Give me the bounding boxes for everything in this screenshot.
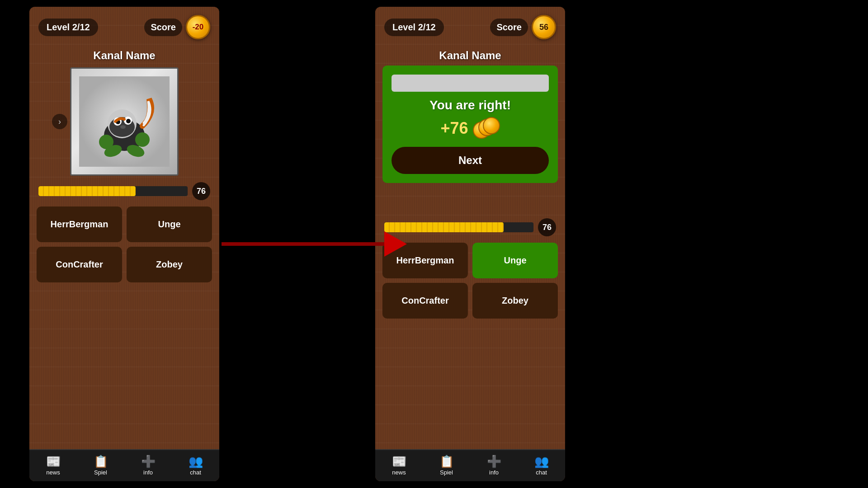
reward-row: +76 [440, 117, 500, 140]
right-header: Level 2/12 Score 56 [375, 7, 565, 47]
creature-illustration [79, 76, 170, 167]
left-nav-info-label: info [143, 469, 153, 476]
success-message: You are right! [429, 98, 511, 113]
reward-value: +76 [440, 119, 468, 138]
right-score-label: Score [490, 19, 528, 36]
left-nav-spiel-label: Spiel [94, 469, 107, 476]
right-info-icon: ➕ [487, 455, 501, 467]
arrow-line [222, 242, 384, 246]
left-image-frame [70, 67, 179, 176]
left-nav-info[interactable]: ➕ info [124, 450, 172, 481]
left-level-badge: Level 2/12 [38, 19, 98, 36]
left-screen: Level 2/12 Score -20 Kanal Name › [29, 7, 219, 481]
left-channel-name: Kanal Name [29, 49, 219, 62]
left-header: Level 2/12 Score -20 [29, 7, 219, 47]
arrow-head [384, 231, 407, 257]
left-nav-chat-label: chat [190, 469, 201, 476]
svg-point-12 [135, 132, 150, 147]
left-news-icon: 📰 [46, 455, 61, 467]
right-timer-bar-fill [384, 222, 504, 232]
left-answer-2[interactable]: ConCrafter [37, 247, 122, 282]
right-spiel-icon: 📋 [439, 455, 454, 467]
left-timer-section: 76 [29, 176, 219, 206]
right-bottom-nav: 📰 news 📋 Spiel ➕ info 👥 chat [375, 449, 565, 481]
left-timer-bar-bg [38, 186, 188, 196]
left-chat-icon: 👥 [189, 455, 203, 467]
left-spiel-icon: 📋 [94, 455, 108, 467]
left-nav-news-label: news [46, 469, 60, 476]
right-news-icon: 📰 [392, 455, 406, 467]
input-stub [392, 75, 549, 92]
right-nav-spiel-label: Spiel [440, 469, 453, 476]
svg-point-9 [126, 119, 131, 123]
left-nav-chat[interactable]: 👥 chat [172, 450, 219, 481]
success-overlay: You are right! +76 Next [382, 66, 558, 183]
right-nav-news-label: news [392, 469, 406, 476]
left-nav-news[interactable]: 📰 news [29, 450, 77, 481]
right-nav-news[interactable]: 📰 news [375, 450, 423, 481]
left-score-label: Score [144, 19, 182, 36]
left-timer-number: 76 [192, 182, 210, 200]
right-timer-number: 76 [538, 218, 556, 236]
next-button[interactable]: Next [392, 147, 549, 174]
right-answer-2[interactable]: ConCrafter [382, 283, 468, 319]
right-score-container: Score 56 [490, 15, 556, 39]
left-answers-grid: HerrBergman Unge ConCrafter Zobey [29, 206, 219, 282]
right-answer-1[interactable]: Unge [472, 243, 558, 278]
right-nav-info-label: info [489, 469, 499, 476]
coins-stack [473, 117, 500, 140]
right-score-coin: 56 [532, 15, 556, 39]
right-timer-bar-bg [384, 222, 533, 232]
coin-3 [483, 117, 500, 134]
right-nav-spiel[interactable]: 📋 Spiel [423, 450, 470, 481]
transition-arrow [222, 231, 407, 257]
left-nav-arrow[interactable]: › [52, 114, 67, 129]
right-chat-icon: 👥 [534, 455, 549, 467]
left-answer-1[interactable]: Unge [127, 206, 212, 242]
left-answer-3[interactable]: Zobey [127, 247, 212, 282]
svg-point-11 [99, 135, 113, 149]
left-info-icon: ➕ [141, 455, 156, 467]
left-answer-0[interactable]: HerrBergman [37, 206, 122, 242]
left-timer-bar-fill [38, 186, 136, 196]
right-nav-chat[interactable]: 👥 chat [518, 450, 565, 481]
left-score-container: Score -20 [144, 15, 210, 39]
left-bottom-nav: 📰 news 📋 Spiel ➕ info 👥 chat [29, 449, 219, 481]
left-image-area: › [70, 67, 179, 176]
right-nav-info[interactable]: ➕ info [470, 450, 518, 481]
left-nav-spiel[interactable]: 📋 Spiel [77, 450, 124, 481]
right-level-badge: Level 2/12 [384, 19, 444, 36]
right-channel-name: Kanal Name [375, 49, 565, 62]
svg-point-10 [120, 125, 126, 129]
left-score-coin: -20 [186, 15, 210, 39]
right-answer-3[interactable]: Zobey [472, 283, 558, 319]
right-nav-chat-label: chat [536, 469, 547, 476]
